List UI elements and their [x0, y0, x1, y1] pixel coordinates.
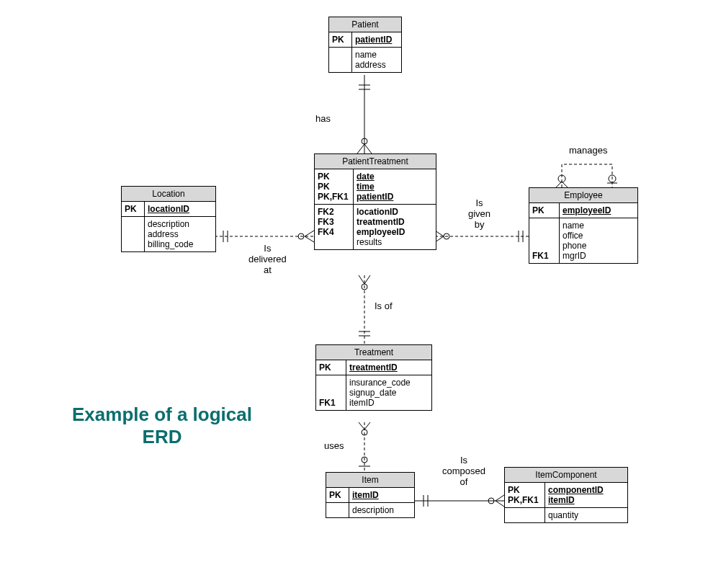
svg-point-38: [488, 498, 494, 504]
entity-title: Employee: [529, 188, 637, 203]
svg-point-24: [362, 284, 367, 290]
rel-isof: Is of: [375, 301, 393, 312]
erd-canvas: Patient PK patientID name address Locati…: [0, 0, 726, 588]
svg-line-39: [496, 495, 504, 501]
rel-delivered: Is delivered at: [248, 244, 287, 276]
svg-point-33: [362, 457, 367, 463]
entity-treatment: Treatment PK treatmentID FK1 insurance_c…: [315, 344, 432, 411]
svg-point-19: [609, 175, 616, 182]
entity-patient-treatment: PatientTreatment PK PK PK,FK1 date time …: [314, 153, 436, 250]
entity-title: Patient: [329, 17, 401, 32]
svg-line-22: [562, 182, 568, 187]
svg-line-11: [305, 236, 314, 242]
svg-line-31: [359, 422, 364, 429]
svg-line-26: [364, 275, 370, 284]
rel-composed: Is composed of: [442, 455, 485, 488]
entity-employee: Employee PK employeeID FK1 name office p…: [529, 187, 638, 264]
svg-line-40: [496, 501, 504, 507]
entity-title: ItemComponent: [505, 468, 627, 483]
svg-line-5: [364, 144, 372, 153]
entity-title: Treatment: [316, 345, 431, 360]
svg-line-10: [305, 231, 314, 236]
rel-has: has: [315, 114, 331, 125]
svg-line-32: [364, 422, 370, 429]
entity-title: PatientTreatment: [315, 154, 436, 169]
rel-manages: manages: [569, 146, 607, 156]
entity-item: Item PK itemID description: [326, 472, 415, 518]
svg-point-9: [298, 233, 304, 239]
svg-line-4: [357, 144, 364, 153]
entity-location: Location PK locationID description addre…: [121, 186, 216, 252]
entity-title: Location: [122, 187, 215, 202]
svg-point-13: [444, 233, 449, 239]
svg-point-3: [362, 138, 367, 144]
svg-line-25: [359, 275, 364, 284]
rel-uses: uses: [324, 441, 344, 452]
entity-patient: Patient PK patientID name address: [328, 17, 402, 73]
diagram-caption: Example of a logical ERD: [68, 404, 256, 448]
entity-item-component: ItemComponent PK PK,FK1 componentID item…: [504, 467, 628, 523]
rel-given: Is given by: [468, 198, 490, 231]
svg-point-30: [362, 429, 367, 435]
entity-title: Item: [326, 473, 414, 488]
svg-point-18: [558, 175, 565, 182]
svg-line-21: [556, 182, 562, 187]
